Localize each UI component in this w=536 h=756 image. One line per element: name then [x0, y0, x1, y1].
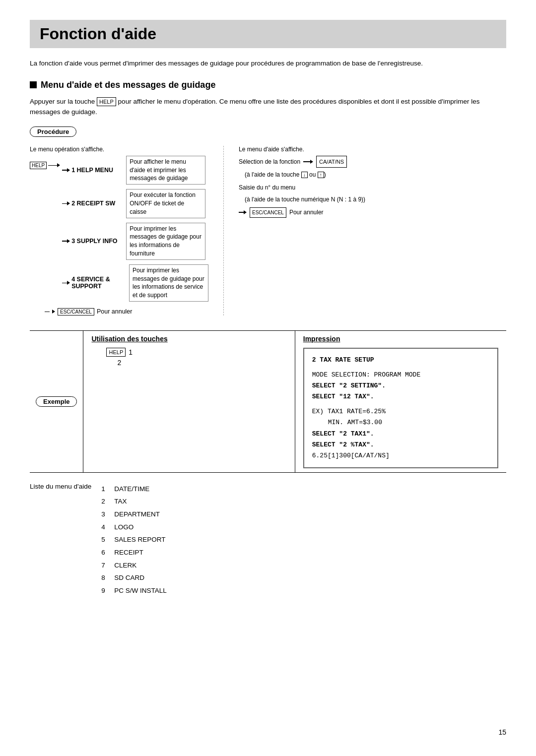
arrow-head — [67, 168, 70, 172]
print-line-4: SELECT "12 TAX". — [312, 391, 489, 402]
print-line-7: MIN. AMT=$3.00 — [312, 417, 489, 428]
utilisation-header: Utilisation des touches — [91, 335, 286, 343]
impression-header: Impression — [303, 335, 498, 343]
print-spacer-1 — [312, 366, 489, 370]
selection-detail: (à l'aide de la touche ↓ ou ↑) — [245, 170, 506, 180]
ca-at-ns-key: CA/AT/NS — [316, 156, 347, 168]
esc-cancel-row: ESC/CANCEL Pour annuler — [45, 308, 208, 315]
item-text: SD CARD — [114, 571, 144, 584]
item-num: 9 — [101, 584, 109, 597]
item-text: DEPARTMENT — [114, 508, 160, 521]
list-item: 3DEPARTMENT — [101, 508, 167, 521]
help-key: HELP — [30, 162, 47, 169]
item-text: PC S/W INSTALL — [114, 584, 167, 597]
menu-list-label: Liste du menu d'aide — [30, 483, 91, 597]
page-number: 15 — [498, 728, 506, 736]
key-2: 2 — [117, 359, 121, 367]
print-line-10: 6.25[1]300[CA/AT/NS] — [312, 450, 489, 461]
exemple-label: Exemple — [36, 396, 77, 407]
exemple-section: Exemple Utilisation des touches HELP 1 2… — [30, 330, 506, 473]
menu-list-section: Liste du menu d'aide 1DATE/TIME 2TAX 3DE… — [30, 483, 506, 597]
list-item: 6RECEIPT — [101, 546, 167, 559]
arrow-head — [244, 210, 247, 214]
menu-item-4: 4 SERVICE & SUPPORT Pour imprimer les me… — [62, 264, 208, 302]
right-caption: Le menu d'aide s'affiche. — [239, 146, 506, 153]
help-key-exemple: HELP — [106, 348, 126, 357]
procedure-flow: Le menu opération s'affiche. HELP — [30, 146, 506, 315]
arrow-line — [239, 212, 244, 213]
menu-item-1: 1 HELP MENU Pour afficher le menu d'aide… — [62, 156, 208, 185]
item-num: 8 — [101, 571, 109, 584]
procedure-left-side: Le menu opération s'affiche. HELP — [30, 146, 208, 315]
item-text: RECEIPT — [114, 546, 143, 559]
item-text: CLERK — [114, 559, 136, 572]
saisie-detail: (à l'aide de la touche numérique N (N : … — [245, 194, 506, 204]
print-line-3: SELECT "2 SETTING". — [312, 380, 489, 391]
help-key-inline: HELP — [97, 97, 116, 106]
key-sequence-1: HELP 1 — [106, 348, 286, 357]
arrow-head — [67, 239, 70, 243]
print-line-2: MODE SELECTION: PROGRAM MODE — [312, 370, 489, 380]
list-item: 7CLERK — [101, 559, 167, 572]
item-num: 5 — [101, 533, 109, 546]
menu-desc-4: Pour imprimer les messages de guidage po… — [129, 264, 208, 302]
right-esc-row: ESC/CANCEL Pour annuler — [239, 207, 506, 218]
arrow-line — [62, 241, 67, 242]
vertical-divider — [223, 146, 224, 315]
menu-item-2: 2 RECEIPT SW Pour exécuter la fonction O… — [62, 189, 208, 218]
list-item: 5SALES REPORT — [101, 533, 167, 546]
arrow-line — [62, 170, 67, 171]
menu-label-1: 1 HELP MENU — [71, 167, 126, 174]
esc-cancel-key-right: ESC/CANCEL — [250, 207, 286, 218]
selection-text: Sélection de la fonction — [239, 157, 300, 167]
menu-item-3: 3 SUPPLY INFO Pour imprimer les messages… — [62, 223, 208, 260]
left-caption: Le menu opération s'affiche. — [30, 146, 208, 153]
item-num: 4 — [101, 521, 109, 534]
arrow-line — [62, 203, 67, 204]
print-box: 2 TAX RATE SETUP MODE SELECTION: PROGRAM… — [303, 348, 498, 468]
list-item: 8SD CARD — [101, 571, 167, 584]
print-spacer-2 — [312, 402, 489, 406]
key-sequence-2: 2 — [117, 359, 286, 367]
item-num: 3 — [101, 508, 109, 521]
menu-desc-1: Pour afficher le menu d'aide et imprimer… — [126, 156, 205, 185]
menu-label-2: 2 RECEIPT SW — [71, 200, 126, 207]
menu-list-items: 1DATE/TIME 2TAX 3DEPARTMENT 4LOGO 5SALES… — [101, 483, 167, 597]
arrow-head — [67, 281, 70, 285]
right-flow-row-2: Saisie du n° du menu (à l'aide de la tou… — [239, 183, 506, 205]
intro-text: La fonction d'aide vous permet d'imprime… — [30, 58, 506, 69]
arrow-line — [303, 161, 310, 162]
impression-column: Impression 2 TAX RATE SETUP MODE SELECTI… — [295, 331, 506, 472]
exemple-header-row: Exemple Utilisation des touches HELP 1 2… — [30, 330, 506, 473]
item-num: 1 — [101, 483, 109, 496]
arrow-head — [310, 160, 313, 164]
right-flow-block: Sélection de la fonction CA/AT/NS (à l'a… — [239, 156, 506, 218]
sub-text: Appuyer sur la touche HELP pour afficher… — [30, 96, 506, 118]
print-line-6: EX) TAX1 RATE=6.25% — [312, 406, 489, 417]
arrow-line — [62, 283, 67, 284]
esc-label: Pour annuler — [97, 308, 133, 315]
arrow-head — [52, 310, 55, 314]
arrow-line — [48, 165, 57, 166]
item-num: 7 — [101, 559, 109, 572]
print-line-8: SELECT "2 TAX1". — [312, 429, 489, 440]
item-text: SALES REPORT — [114, 533, 165, 546]
menu-items-column: 1 HELP MENU Pour afficher le menu d'aide… — [62, 156, 208, 304]
saisie-text: Saisie du n° du menu — [239, 183, 506, 192]
procedure-right-side: Le menu d'aide s'affiche. Sélection de l… — [239, 146, 506, 315]
page-title: Fonction d'aide — [30, 20, 506, 48]
menu-label-4: 4 SERVICE & SUPPORT — [71, 276, 129, 290]
print-line-9: SELECT "2 %TAX". — [312, 440, 489, 450]
arrow-head — [67, 201, 70, 205]
arrow-head — [57, 163, 60, 167]
item-text: TAX — [114, 495, 127, 508]
menu-desc-3: Pour imprimer les messages de guidage po… — [126, 223, 205, 260]
right-flow-row-1: Sélection de la fonction CA/AT/NS (à l'a… — [239, 156, 506, 180]
item-text: LOGO — [114, 521, 134, 534]
item-num: 6 — [101, 546, 109, 559]
utilisation-column: Utilisation des touches HELP 1 2 — [83, 331, 295, 472]
list-item: 2TAX — [101, 495, 167, 508]
list-item: 4LOGO — [101, 521, 167, 534]
esc-cancel-right-label: Pour annuler — [289, 207, 324, 217]
menu-desc-2: Pour exécuter la fonction ON/OFF de tick… — [126, 189, 205, 218]
